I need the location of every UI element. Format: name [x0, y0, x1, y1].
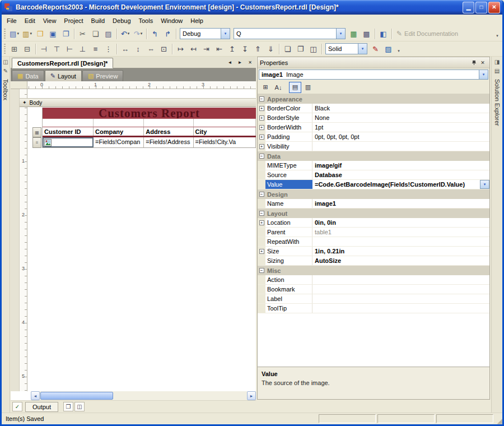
expand-icon[interactable]: + [259, 249, 264, 254]
table-header-row[interactable]: Customer IDCompanyAddressCity [43, 127, 256, 137]
scroll-tabs-right-button[interactable]: ► [236, 58, 244, 67]
collapse-icon[interactable]: − [259, 192, 264, 197]
size-to-grid-button[interactable]: ⊡ [157, 43, 170, 55]
task-list-button[interactable]: ✓ [12, 402, 22, 411]
pin-icon[interactable] [469, 58, 478, 67]
horizontal-scrollbar[interactable]: ◄ ► [31, 391, 256, 400]
chevron-down-icon[interactable]: ▾ [479, 70, 488, 79]
make-vertical-spacing-equal-button[interactable]: ⇓ [264, 43, 277, 55]
toolbar-options-chevron[interactable]: ▾ [493, 27, 501, 40]
line-color-button[interactable]: ✎ [369, 43, 382, 55]
toolbox-autohide-strip[interactable]: ◫✎ Toolbox [2, 57, 10, 413]
navigate-backward-button[interactable]: ↰ [148, 27, 161, 40]
image-cell-selected[interactable] [43, 137, 94, 147]
edit-documentation-button[interactable]: ✎ Edit Documentation [396, 30, 458, 37]
solution-configurations-combo[interactable]: Debug ▾ [180, 28, 230, 39]
spacer-cell[interactable] [43, 119, 94, 127]
undo-button[interactable]: ↶▾ [119, 27, 132, 40]
detail-cell-3[interactable]: =Fields!City.Va [194, 137, 256, 147]
output-options-button[interactable]: ❐ [63, 402, 73, 411]
column-header-city[interactable]: City [194, 127, 256, 136]
property-row-location[interactable]: +Location0in, 0in [258, 218, 489, 228]
menu-item-build[interactable]: Build [87, 16, 109, 26]
cut-button[interactable]: ✂ [76, 27, 89, 40]
property-row-bookmark[interactable]: Bookmark [258, 285, 489, 294]
collapse-icon[interactable]: − [259, 211, 264, 216]
output-pane-tab[interactable]: Output [25, 402, 58, 412]
resize-grip[interactable]: ◢ [493, 413, 502, 424]
increase-horizontal-spacing-button[interactable]: ↦ [174, 43, 187, 55]
align-bottoms-button[interactable]: ⋮ [102, 43, 115, 55]
property-row-value[interactable]: Value=Code.GetBarcodeImage(Fields!Custom… [258, 180, 489, 189]
expand-icon[interactable]: + [259, 115, 264, 121]
expand-icon[interactable]: + [259, 144, 264, 149]
decrease-horizontal-spacing-button[interactable]: ↤ [187, 43, 200, 55]
detail-cell-1[interactable]: =Fields!Compan [94, 137, 144, 147]
align-rights-button[interactable]: ⊢ [63, 43, 76, 55]
column-header-company[interactable]: Company [94, 127, 144, 136]
property-row-tooltip[interactable]: ToolTip [258, 304, 489, 313]
spacer-cell[interactable] [94, 119, 144, 127]
center-horizontally-button[interactable]: ◫ [307, 43, 320, 55]
toolbox-tools-icon[interactable]: ◫ [2, 58, 10, 66]
add-new-item-button[interactable]: ▥▾ [21, 27, 34, 40]
property-row-borderstyle[interactable]: +BorderStyleNone [258, 113, 489, 123]
property-row-label[interactable]: Label [258, 294, 489, 304]
categorized-button[interactable]: ⊞ [259, 82, 272, 93]
snap-to-grid-button[interactable]: ⊟ [21, 43, 34, 55]
section-collapse-icon[interactable]: ✦ [22, 100, 27, 105]
chevron-down-icon[interactable]: ▾ [336, 29, 345, 39]
property-row-repeatwith[interactable]: RepeatWith [258, 237, 489, 247]
maximize-button[interactable]: □ [475, 2, 487, 13]
close-panel-button[interactable]: ✕ [478, 58, 487, 67]
table-detail-row-handle[interactable]: ≡ [32, 137, 41, 148]
menu-item-debug[interactable]: Debug [109, 16, 134, 26]
increase-vertical-spacing-button[interactable]: ↥ [226, 43, 239, 55]
redo-button[interactable]: ↷▾ [132, 27, 144, 40]
save-button[interactable]: ▣ [46, 27, 59, 40]
property-row-borderwidth[interactable]: +BorderWidth1pt [258, 123, 489, 132]
subtab-data[interactable]: ▦Data [12, 70, 44, 81]
property-row-sizing[interactable]: SizingAutoSize [258, 256, 489, 266]
expand-icon[interactable]: + [259, 125, 264, 130]
property-row-source[interactable]: SourceDatabase [258, 170, 489, 180]
minimize-button[interactable]: ▁ [463, 2, 474, 13]
scroll-right-button[interactable]: ► [247, 391, 256, 400]
solution-explorer-icon[interactable]: ◨ [493, 58, 501, 66]
query-builder-button[interactable]: ▩ [360, 27, 373, 40]
property-pages-button[interactable]: ▥ [302, 82, 314, 93]
make-same-size-button[interactable]: ⇔ [144, 43, 157, 55]
titlebar[interactable]: BarcodeReports2003 - Microsoft Developme… [2, 0, 502, 15]
menu-item-file[interactable]: File [3, 16, 21, 26]
property-row-parent[interactable]: Parenttable1 [258, 228, 489, 237]
collapse-icon[interactable]: − [259, 96, 264, 101]
alphabetical-button[interactable]: A↓ [272, 82, 284, 93]
property-row-action[interactable]: Action [258, 275, 489, 285]
toolbox-pencil-icon[interactable]: ✎ [2, 67, 10, 75]
expand-icon[interactable]: + [259, 106, 264, 111]
menu-item-project[interactable]: Project [60, 16, 87, 26]
menu-item-tools[interactable]: Tools [135, 16, 157, 26]
window-layout-button[interactable]: ◧ [377, 27, 390, 40]
align-lefts-button[interactable]: ⊣ [38, 43, 50, 55]
toolbar-options-chevron[interactable]: ▾ [395, 43, 403, 55]
dock-output-button[interactable]: ◫ [74, 402, 85, 411]
table-header-row-handle[interactable]: ▦ [32, 127, 41, 137]
report-table[interactable]: Customers Report Customer IDCompanyAddre… [42, 108, 256, 148]
property-category-layout[interactable]: −Layout [258, 209, 489, 218]
align-centers-button[interactable]: ⊤ [50, 43, 63, 55]
close-button[interactable]: ✕ [488, 2, 500, 13]
column-header-address[interactable]: Address [144, 127, 193, 136]
body-section-band[interactable]: ✦ Body [20, 98, 256, 107]
expand-icon[interactable]: + [259, 135, 264, 140]
solution-explorer-autohide-strip[interactable]: ◨▤ Solution Explorer [491, 57, 502, 413]
make-same-height-button[interactable]: ↕ [132, 43, 144, 55]
property-row-visibility[interactable]: +Visibility [258, 142, 489, 151]
remove-vertical-spacing-button[interactable]: ⇑ [251, 43, 264, 55]
chevron-down-icon[interactable]: ▾ [358, 44, 367, 54]
table-spacer-row[interactable] [43, 118, 256, 127]
new-project-button[interactable]: ▤▾ [8, 27, 21, 40]
find-combo[interactable]: Q ▾ [234, 28, 346, 39]
property-category-misc[interactable]: −Misc [258, 266, 489, 275]
scroll-left-button[interactable]: ◄ [31, 391, 40, 400]
